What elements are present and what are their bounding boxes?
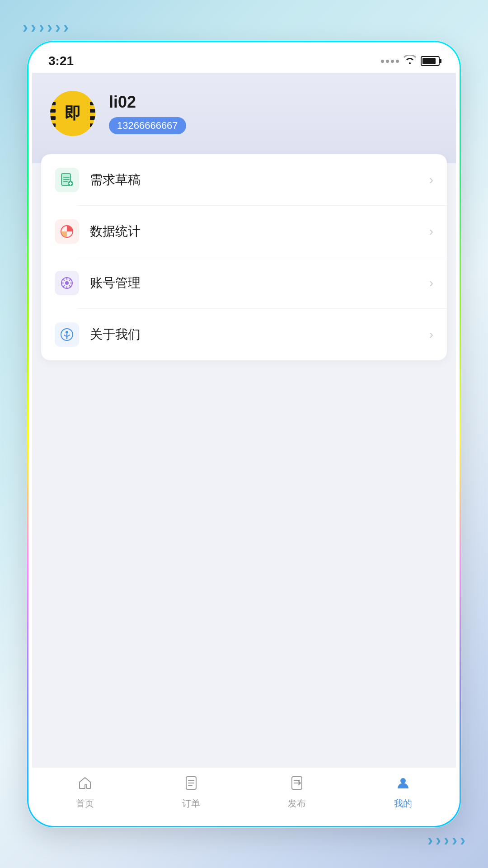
- phone-frame: 3:21: [27, 41, 461, 827]
- orders-icon: [183, 775, 199, 795]
- chevron-icon: ›: [444, 831, 449, 850]
- svg-rect-1: [50, 94, 56, 98]
- profile-info: li02 13266666667: [109, 93, 186, 134]
- menu-chevron-icon: ›: [429, 224, 433, 239]
- data-stats-icon: [55, 219, 79, 244]
- chevron-icon: ›: [460, 831, 465, 850]
- nav-item-publish[interactable]: 发布: [244, 775, 350, 810]
- svg-point-19: [66, 331, 68, 334]
- battery-icon: [421, 56, 440, 66]
- svg-rect-8: [90, 109, 95, 113]
- menu-item-data-stats[interactable]: 数据统计 ›: [41, 206, 447, 257]
- chevron-icon: ›: [39, 18, 44, 37]
- svg-rect-4: [50, 116, 56, 120]
- nav-label-publish: 发布: [288, 797, 306, 810]
- chevron-icon: ›: [452, 831, 457, 850]
- svg-rect-10: [90, 123, 95, 127]
- wifi-icon: [404, 55, 416, 67]
- menu-label-data-stats: 数据统计: [90, 223, 418, 240]
- menu-chevron-icon: ›: [429, 173, 433, 187]
- svg-point-22: [400, 778, 406, 783]
- menu-label-demand-draft: 需求草稿: [90, 171, 418, 189]
- signal-icon: [381, 60, 399, 63]
- svg-point-17: [65, 281, 69, 285]
- phone-screen: 3:21: [32, 46, 456, 822]
- home-icon: [77, 775, 93, 795]
- chevron-icon: ›: [23, 18, 28, 37]
- nav-item-mine[interactable]: 我的: [350, 775, 456, 810]
- chevron-icon: ›: [427, 831, 433, 850]
- demand-draft-icon: [55, 168, 79, 192]
- menu-item-account-mgmt[interactable]: 账号管理 ›: [41, 257, 447, 309]
- chevron-icon: ›: [436, 831, 441, 850]
- menu-chevron-icon: ›: [429, 327, 433, 342]
- nav-item-orders[interactable]: 订单: [138, 775, 244, 810]
- status-time: 3:21: [48, 54, 74, 68]
- svg-rect-6: [90, 94, 95, 98]
- svg-rect-3: [50, 109, 56, 113]
- menu-chevron-icon: ›: [429, 276, 433, 290]
- mine-icon: [395, 775, 411, 795]
- profile-header: 即 li02 13266666667: [32, 73, 456, 163]
- bottom-nav: 首页 订单: [32, 767, 456, 822]
- menu-card: 需求草稿 › 数据统计 ›: [41, 154, 447, 360]
- svg-rect-9: [90, 116, 95, 120]
- status-bar: 3:21: [32, 46, 456, 73]
- menu-item-about-us[interactable]: 关于我们 ›: [41, 309, 447, 360]
- svg-rect-5: [50, 123, 56, 127]
- bg-chevrons-br: › › › › ›: [427, 831, 465, 850]
- chevron-icon: ›: [31, 18, 36, 37]
- nav-label-orders: 订单: [182, 797, 200, 810]
- svg-rect-2: [50, 102, 56, 105]
- svg-text:即: 即: [65, 104, 81, 123]
- nav-label-mine: 我的: [394, 797, 412, 810]
- menu-label-account-mgmt: 账号管理: [90, 274, 418, 292]
- bg-chevrons-tl: › › › › › ›: [23, 18, 69, 37]
- about-us-icon: [55, 322, 79, 347]
- profile-phone-badge: 13266666667: [109, 117, 186, 134]
- chevron-icon: ›: [47, 18, 52, 37]
- nav-label-home: 首页: [76, 797, 94, 810]
- chevron-icon: ›: [63, 18, 69, 37]
- status-icons: [381, 55, 440, 67]
- menu-item-demand-draft[interactable]: 需求草稿 ›: [41, 154, 447, 206]
- content-spacer: [32, 369, 456, 767]
- avatar: 即: [50, 91, 95, 136]
- chevron-icon: ›: [55, 18, 61, 37]
- account-mgmt-icon: [55, 271, 79, 295]
- menu-label-about-us: 关于我们: [90, 326, 418, 343]
- svg-rect-7: [90, 102, 95, 105]
- main-content: 即 li02 13266666667: [32, 73, 456, 822]
- publish-icon: [289, 775, 305, 795]
- nav-item-home[interactable]: 首页: [32, 775, 138, 810]
- profile-name: li02: [109, 93, 186, 112]
